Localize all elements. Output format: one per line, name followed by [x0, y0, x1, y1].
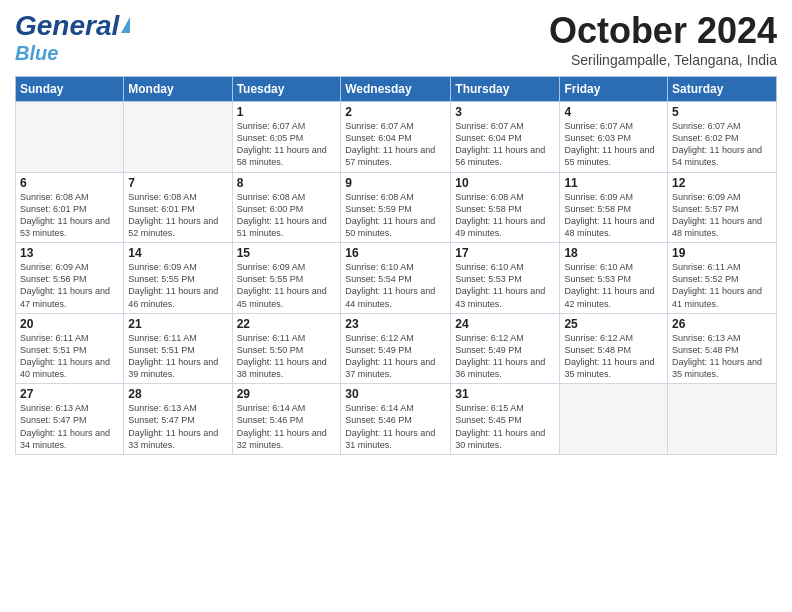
calendar-day-cell: 4Sunrise: 6:07 AMSunset: 6:03 PMDaylight… — [560, 102, 668, 173]
day-number: 2 — [345, 105, 446, 119]
calendar-day-cell: 20Sunrise: 6:11 AMSunset: 5:51 PMDayligh… — [16, 313, 124, 384]
day-info: Sunrise: 6:09 AMSunset: 5:55 PMDaylight:… — [237, 261, 337, 310]
day-of-week-header: Saturday — [668, 77, 777, 102]
day-info: Sunrise: 6:08 AMSunset: 6:01 PMDaylight:… — [128, 191, 227, 240]
calendar-day-cell: 8Sunrise: 6:08 AMSunset: 6:00 PMDaylight… — [232, 172, 341, 243]
day-info: Sunrise: 6:12 AMSunset: 5:48 PMDaylight:… — [564, 332, 663, 381]
day-number: 10 — [455, 176, 555, 190]
calendar-day-cell: 22Sunrise: 6:11 AMSunset: 5:50 PMDayligh… — [232, 313, 341, 384]
calendar-day-cell: 24Sunrise: 6:12 AMSunset: 5:49 PMDayligh… — [451, 313, 560, 384]
calendar-week-row: 6Sunrise: 6:08 AMSunset: 6:01 PMDaylight… — [16, 172, 777, 243]
day-number: 19 — [672, 246, 772, 260]
calendar-week-row: 13Sunrise: 6:09 AMSunset: 5:56 PMDayligh… — [16, 243, 777, 314]
calendar-day-cell: 2Sunrise: 6:07 AMSunset: 6:04 PMDaylight… — [341, 102, 451, 173]
day-info: Sunrise: 6:10 AMSunset: 5:53 PMDaylight:… — [455, 261, 555, 310]
day-info: Sunrise: 6:08 AMSunset: 5:59 PMDaylight:… — [345, 191, 446, 240]
day-info: Sunrise: 6:13 AMSunset: 5:48 PMDaylight:… — [672, 332, 772, 381]
logo-line2: Blue — [15, 42, 130, 65]
calendar-day-cell — [560, 384, 668, 455]
calendar-day-cell: 15Sunrise: 6:09 AMSunset: 5:55 PMDayligh… — [232, 243, 341, 314]
day-info: Sunrise: 6:11 AMSunset: 5:50 PMDaylight:… — [237, 332, 337, 381]
day-number: 18 — [564, 246, 663, 260]
calendar-day-cell: 9Sunrise: 6:08 AMSunset: 5:59 PMDaylight… — [341, 172, 451, 243]
day-number: 15 — [237, 246, 337, 260]
page: General Blue October 2024 Serilingampall… — [0, 0, 792, 612]
calendar-day-cell — [668, 384, 777, 455]
day-info: Sunrise: 6:07 AMSunset: 6:05 PMDaylight:… — [237, 120, 337, 169]
day-info: Sunrise: 6:14 AMSunset: 5:46 PMDaylight:… — [237, 402, 337, 451]
day-number: 27 — [20, 387, 119, 401]
calendar-day-cell: 7Sunrise: 6:08 AMSunset: 6:01 PMDaylight… — [124, 172, 232, 243]
calendar-day-cell: 10Sunrise: 6:08 AMSunset: 5:58 PMDayligh… — [451, 172, 560, 243]
calendar-table: SundayMondayTuesdayWednesdayThursdayFrid… — [15, 76, 777, 455]
calendar-day-cell: 5Sunrise: 6:07 AMSunset: 6:02 PMDaylight… — [668, 102, 777, 173]
day-info: Sunrise: 6:07 AMSunset: 6:04 PMDaylight:… — [345, 120, 446, 169]
day-info: Sunrise: 6:11 AMSunset: 5:52 PMDaylight:… — [672, 261, 772, 310]
day-info: Sunrise: 6:11 AMSunset: 5:51 PMDaylight:… — [20, 332, 119, 381]
day-number: 1 — [237, 105, 337, 119]
calendar-day-cell: 30Sunrise: 6:14 AMSunset: 5:46 PMDayligh… — [341, 384, 451, 455]
day-info: Sunrise: 6:07 AMSunset: 6:02 PMDaylight:… — [672, 120, 772, 169]
day-number: 9 — [345, 176, 446, 190]
calendar-day-cell: 14Sunrise: 6:09 AMSunset: 5:55 PMDayligh… — [124, 243, 232, 314]
day-number: 13 — [20, 246, 119, 260]
calendar-day-cell: 16Sunrise: 6:10 AMSunset: 5:54 PMDayligh… — [341, 243, 451, 314]
logo: General Blue — [15, 10, 130, 65]
day-of-week-header: Thursday — [451, 77, 560, 102]
calendar-day-cell: 23Sunrise: 6:12 AMSunset: 5:49 PMDayligh… — [341, 313, 451, 384]
day-info: Sunrise: 6:14 AMSunset: 5:46 PMDaylight:… — [345, 402, 446, 451]
logo-line1: General — [15, 10, 130, 42]
day-info: Sunrise: 6:08 AMSunset: 5:58 PMDaylight:… — [455, 191, 555, 240]
day-of-week-header: Monday — [124, 77, 232, 102]
day-number: 16 — [345, 246, 446, 260]
calendar-day-cell: 18Sunrise: 6:10 AMSunset: 5:53 PMDayligh… — [560, 243, 668, 314]
day-number: 25 — [564, 317, 663, 331]
calendar-day-cell: 19Sunrise: 6:11 AMSunset: 5:52 PMDayligh… — [668, 243, 777, 314]
day-info: Sunrise: 6:10 AMSunset: 5:54 PMDaylight:… — [345, 261, 446, 310]
day-number: 28 — [128, 387, 227, 401]
day-info: Sunrise: 6:08 AMSunset: 6:01 PMDaylight:… — [20, 191, 119, 240]
calendar-day-cell: 25Sunrise: 6:12 AMSunset: 5:48 PMDayligh… — [560, 313, 668, 384]
day-info: Sunrise: 6:11 AMSunset: 5:51 PMDaylight:… — [128, 332, 227, 381]
calendar-day-cell: 27Sunrise: 6:13 AMSunset: 5:47 PMDayligh… — [16, 384, 124, 455]
day-of-week-header: Sunday — [16, 77, 124, 102]
day-number: 22 — [237, 317, 337, 331]
day-number: 20 — [20, 317, 119, 331]
day-info: Sunrise: 6:07 AMSunset: 6:04 PMDaylight:… — [455, 120, 555, 169]
day-info: Sunrise: 6:12 AMSunset: 5:49 PMDaylight:… — [455, 332, 555, 381]
calendar-day-cell: 3Sunrise: 6:07 AMSunset: 6:04 PMDaylight… — [451, 102, 560, 173]
calendar-day-cell — [124, 102, 232, 173]
calendar-day-cell: 1Sunrise: 6:07 AMSunset: 6:05 PMDaylight… — [232, 102, 341, 173]
day-of-week-header: Friday — [560, 77, 668, 102]
month-title: October 2024 — [549, 10, 777, 52]
calendar-day-cell: 21Sunrise: 6:11 AMSunset: 5:51 PMDayligh… — [124, 313, 232, 384]
day-number: 26 — [672, 317, 772, 331]
day-info: Sunrise: 6:09 AMSunset: 5:55 PMDaylight:… — [128, 261, 227, 310]
day-number: 17 — [455, 246, 555, 260]
day-info: Sunrise: 6:08 AMSunset: 6:00 PMDaylight:… — [237, 191, 337, 240]
day-info: Sunrise: 6:12 AMSunset: 5:49 PMDaylight:… — [345, 332, 446, 381]
calendar-day-cell: 6Sunrise: 6:08 AMSunset: 6:01 PMDaylight… — [16, 172, 124, 243]
logo-general: General — [15, 10, 119, 42]
day-of-week-header: Tuesday — [232, 77, 341, 102]
calendar-day-cell: 26Sunrise: 6:13 AMSunset: 5:48 PMDayligh… — [668, 313, 777, 384]
calendar-day-cell: 28Sunrise: 6:13 AMSunset: 5:47 PMDayligh… — [124, 384, 232, 455]
day-info: Sunrise: 6:09 AMSunset: 5:57 PMDaylight:… — [672, 191, 772, 240]
day-number: 30 — [345, 387, 446, 401]
day-number: 7 — [128, 176, 227, 190]
day-info: Sunrise: 6:09 AMSunset: 5:56 PMDaylight:… — [20, 261, 119, 310]
day-number: 24 — [455, 317, 555, 331]
day-number: 11 — [564, 176, 663, 190]
day-number: 4 — [564, 105, 663, 119]
day-info: Sunrise: 6:13 AMSunset: 5:47 PMDaylight:… — [128, 402, 227, 451]
day-info: Sunrise: 6:15 AMSunset: 5:45 PMDaylight:… — [455, 402, 555, 451]
day-number: 23 — [345, 317, 446, 331]
logo-blue: Blue — [15, 42, 58, 65]
day-number: 29 — [237, 387, 337, 401]
calendar-day-cell: 17Sunrise: 6:10 AMSunset: 5:53 PMDayligh… — [451, 243, 560, 314]
calendar-week-row: 20Sunrise: 6:11 AMSunset: 5:51 PMDayligh… — [16, 313, 777, 384]
day-number: 3 — [455, 105, 555, 119]
header: General Blue October 2024 Serilingampall… — [15, 10, 777, 68]
day-info: Sunrise: 6:13 AMSunset: 5:47 PMDaylight:… — [20, 402, 119, 451]
location-subtitle: Serilingampalle, Telangana, India — [549, 52, 777, 68]
